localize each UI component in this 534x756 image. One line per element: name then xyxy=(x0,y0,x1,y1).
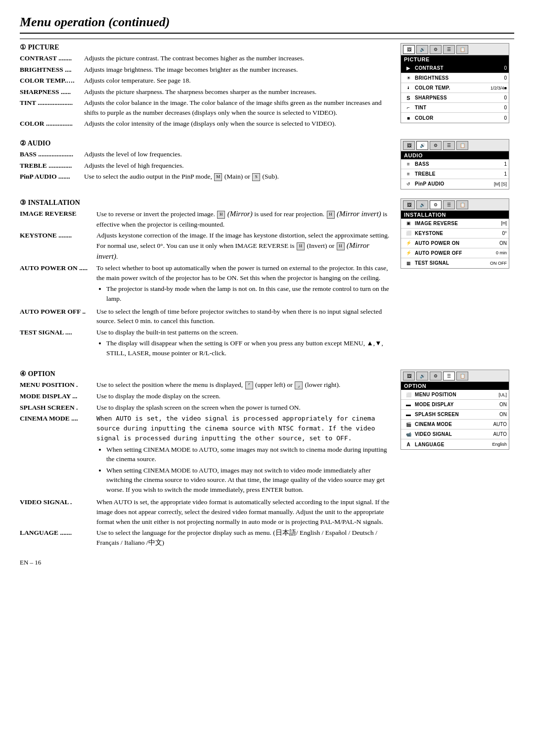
panel-title-picture: PICTURE xyxy=(401,55,509,63)
panel-icon-splashscreen: ▬ xyxy=(403,412,414,417)
panel-value-splashscreen: ON xyxy=(492,412,507,417)
panel-label-tint: TINT xyxy=(414,105,492,110)
entry-testsignal: TEST SIGNAL .... Use to display the buil… xyxy=(20,328,391,360)
icon-lowerright: ⌟ xyxy=(295,381,303,389)
panel-row-videosignal: 📹 VIDEO SIGNAL AUTO xyxy=(401,429,509,439)
section-option: ④ OPTION MENU POSITION . Use to select t… xyxy=(20,370,514,549)
entry-key-brightness: BRIGHTNESS .... xyxy=(20,65,84,75)
entry-key-autopoweron: AUTO POWER ON ..... xyxy=(20,263,96,305)
bullet-testsignal-1: The display will disappear when the sett… xyxy=(106,338,391,358)
panel-row-imagereverse: ▣ IMAGE REVERSE [H] xyxy=(401,219,509,229)
entry-bass: BASS ..................... Adjusts the l… xyxy=(20,149,391,159)
entry-contrast: CONTRAST ........ Adjusts the picture co… xyxy=(20,53,391,63)
entry-key-treble: TREBLE .............. xyxy=(20,161,84,171)
icon-mirrorinvert: H xyxy=(327,211,335,219)
entry-sharpness: SHARPNESS ...... Adjusts the picture sha… xyxy=(20,87,391,97)
panel-icon-bass: ≡ xyxy=(403,161,414,167)
entry-key-splashscreen: SPLASH SCREEN . xyxy=(20,403,96,413)
panel-label-menupos: MENU POSITION xyxy=(414,392,492,397)
panel-picture: 🖼 🔊 ⚙ ☰ 📋 PICTURE ▶ CONTRAST 0 ☀ BRIGHTN… xyxy=(400,43,514,123)
panel-title-option: OPTION xyxy=(401,382,509,390)
panel-value-sharpness: 0 xyxy=(492,95,507,100)
section-label-installation: INSTALLATION xyxy=(28,199,80,206)
panel-label-treble: TREBLE xyxy=(414,171,492,177)
entry-val-autopoweron: To select whether to boot up automatical… xyxy=(96,263,391,305)
entry-key-language: LANGUAGE ....... xyxy=(20,528,96,547)
entry-modedisplay: MODE DISPLAY ... Use to display the mode… xyxy=(20,391,391,401)
panel-row-menupos: ⬜ MENU POSITION [UL] xyxy=(401,390,509,400)
panel-value-testsignal: ON OFF xyxy=(490,261,507,266)
panel-icon-extra: 📋 xyxy=(456,45,468,54)
panel-label-autopoweroff: AUTO POWER OFF xyxy=(414,250,492,256)
entry-key-cinemamode: CINEMA MODE .... xyxy=(20,414,96,496)
entry-key-contrast: CONTRAST ........ xyxy=(20,53,84,63)
panel-option: 🖼 🔊 ⚙ ☰ 📋 OPTION ⬜ MENU POSITION [UL] ▬ … xyxy=(400,370,514,450)
panel-icon-keystone: ⬜ xyxy=(403,231,414,236)
entry-val-testsignal: Use to display the built-in test pattern… xyxy=(96,328,391,360)
page-number: EN – 16 xyxy=(20,559,514,567)
entry-pinpaudio: PinP AUDIO ....... Use to select the aud… xyxy=(20,172,391,182)
entry-treble: TREBLE .............. Adjusts the level … xyxy=(20,161,391,171)
panel-label-language: LANGUAGE xyxy=(414,442,492,447)
panel-icon-menupos: ⬜ xyxy=(403,392,414,397)
section-audio: ② AUDIO BASS ..................... Adjus… xyxy=(20,139,514,189)
panel-value-color: 0 xyxy=(492,115,507,121)
panel-icon-testsignal: ▦ xyxy=(403,261,414,266)
entry-val-splashscreen: Use to display the splash screen on the … xyxy=(96,403,391,413)
panel-icon-modedisplay: ▬ xyxy=(403,402,414,407)
panel-value-modedisplay: ON xyxy=(492,402,507,407)
panel-top-icons-audio: 🖼 🔊 ⚙ ☰ 📋 xyxy=(401,140,509,151)
section-label-audio: AUDIO xyxy=(28,140,51,147)
entry-key-menuposition: MENU POSITION . xyxy=(20,380,96,390)
panel-value-imagereverse: [H] xyxy=(492,221,507,226)
entry-splashscreen: SPLASH SCREEN . Use to display the splas… xyxy=(20,403,391,413)
section-label-option: OPTION xyxy=(28,370,55,378)
panel-icon-autopoweroff: ⚡ xyxy=(403,250,414,255)
panel-icon-o-option: ☰ xyxy=(443,372,455,380)
panel-row-keystone: ⬜ KEYSTONE 0° xyxy=(401,229,509,238)
panel-icon-pinpaudio: ↺ xyxy=(403,182,414,187)
panel-icon-i-audio: ⚙ xyxy=(430,141,442,150)
entry-colortemp: COLOR TEMP.…. Adjusts color temperature.… xyxy=(20,76,391,86)
audio-panel-box: 🖼 🔊 ⚙ ☰ 📋 AUDIO ≡ BASS 1 ≡ TREBLE 1 xyxy=(400,139,509,189)
panel-value-menupos: [UL] xyxy=(492,392,507,397)
entry-brightness: BRIGHTNESS .... Adjusts image brightness… xyxy=(20,65,391,75)
panel-icon-color: ■ xyxy=(403,115,414,121)
panel-value-autopoweron: ON xyxy=(492,240,507,246)
panel-row-brightness: ☀ BRIGHTNESS 0 xyxy=(401,73,509,83)
panel-label-modedisplay: MODE DISPLAY xyxy=(414,402,492,407)
entry-val-brightness: Adjusts image brightness. The image beco… xyxy=(84,65,391,75)
bullet-cinemamode-1: When setting CINEMA MODE to AUTO, some i… xyxy=(106,445,391,464)
icon-mirrorinvert2: H xyxy=(337,242,345,250)
entry-val-pinpaudio: Use to select the audio output in the Pi… xyxy=(84,172,391,182)
panel-row-autopoweroff: ⚡ AUTO POWER OFF 0 min xyxy=(401,248,509,258)
entry-val-color: Adjusts the color intensity of the image… xyxy=(84,119,391,129)
panel-title-audio: AUDIO xyxy=(401,151,509,159)
entry-cinemamode: CINEMA MODE .... When AUTO is set, the v… xyxy=(20,414,391,496)
panel-icon-e-install: 📋 xyxy=(456,200,468,209)
panel-icon-e-option: 📋 xyxy=(456,372,468,380)
panel-label-brightness: BRIGHTNESS xyxy=(414,75,492,81)
panel-row-bass: ≡ BASS 1 xyxy=(401,159,509,169)
panel-icon-contrast: ▶ xyxy=(403,65,414,71)
panel-icon-tint: ⌐ xyxy=(403,105,414,110)
panel-icon-treble: ≡ xyxy=(403,171,414,177)
entry-val-treble: Adjusts the level of high frequencies. xyxy=(84,161,391,171)
entry-videosignal: VIDEO SIGNAL . When AUTO is set, the app… xyxy=(20,497,391,526)
panel-installation: 🖼 🔊 ⚙ ☰ 📋 INSTALLATION ▣ IMAGE REVERSE [… xyxy=(400,198,514,269)
panel-top-icons-install: 🖼 🔊 ⚙ ☰ 📋 xyxy=(401,199,509,211)
panel-icon-a-audio: 🔊 xyxy=(416,141,428,150)
entry-key-bass: BASS ..................... xyxy=(20,149,84,159)
page-title: Menu operation (continued) xyxy=(20,15,514,34)
entry-key-modedisplay: MODE DISPLAY ... xyxy=(20,391,96,401)
entry-autopoweron: AUTO POWER ON ..... To select whether to… xyxy=(20,263,391,305)
entry-key-colortemp: COLOR TEMP.…. xyxy=(20,76,84,86)
entry-val-language: Use to select the language for the proje… xyxy=(96,528,391,547)
bullets-testsignal: The display will disappear when the sett… xyxy=(106,338,391,358)
entry-val-sharpness: Adjusts the picture sharpness. The sharp… xyxy=(84,87,391,97)
panel-title-installation: INSTALLATION xyxy=(401,211,509,219)
installation-panel-box: 🖼 🔊 ⚙ ☰ 📋 INSTALLATION ▣ IMAGE REVERSE [… xyxy=(400,198,509,269)
icon-sub: S xyxy=(252,173,260,181)
panel-row-tint: ⌐ TINT 0 xyxy=(401,103,509,113)
panel-label-imagereverse: IMAGE REVERSE xyxy=(414,221,492,226)
